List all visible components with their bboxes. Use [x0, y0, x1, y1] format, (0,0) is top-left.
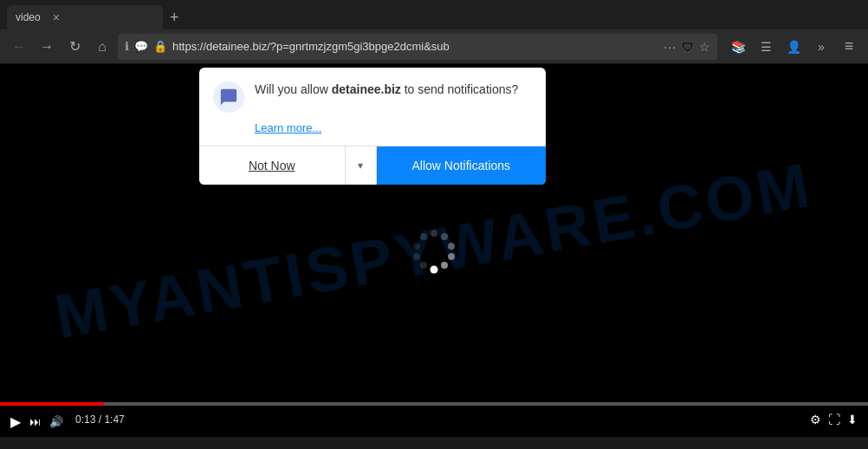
not-now-dropdown-button[interactable]: ▾ [346, 146, 377, 185]
svg-point-0 [431, 230, 437, 237]
tab-close-button[interactable]: × [53, 10, 60, 24]
more-button[interactable]: ··· [664, 40, 677, 54]
popup-domain: detainee.biz [332, 82, 401, 96]
learn-more-link[interactable]: Learn more... [255, 121, 321, 134]
progress-bar[interactable] [0, 402, 868, 406]
library-button[interactable]: 📚 [726, 35, 750, 59]
popup-buttons: Not Now ▾ Allow Notifications [199, 146, 546, 185]
svg-point-6 [420, 262, 427, 269]
extensions-button[interactable]: » [809, 35, 833, 59]
popup-message-prefix: Will you allow [255, 82, 332, 96]
video-area: MYANTISPYWARE.COM Will you all [0, 64, 868, 437]
next-button[interactable]: ⏭ [29, 415, 41, 428]
address-input[interactable] [172, 40, 658, 53]
bookmark-icon[interactable]: ☆ [699, 40, 710, 54]
home-button[interactable]: ⌂ [90, 35, 114, 59]
popup-message: Will you allow detainee.biz to send noti… [255, 81, 518, 99]
notification-popup: Will you allow detainee.biz to send noti… [199, 68, 546, 185]
volume-button[interactable]: 🔊 [49, 415, 63, 428]
svg-point-4 [441, 262, 448, 269]
svg-point-9 [420, 233, 427, 240]
svg-point-5 [431, 266, 438, 274]
menu-button[interactable]: ≡ [837, 35, 861, 59]
active-tab[interactable]: video × [7, 5, 163, 29]
play-button[interactable]: ▶ [10, 413, 21, 430]
not-now-button[interactable]: Not Now [199, 146, 346, 185]
tab-title: video [16, 11, 41, 23]
video-controls: ▶ ⏭ 🔊 0:13 / 1:47 ⚙ ⛶ ⬇ [0, 402, 868, 437]
fullscreen-button[interactable]: ⛶ [828, 413, 840, 426]
control-right: ⚙ ⛶ ⬇ [810, 413, 858, 426]
popup-header: Will you allow detainee.biz to send noti… [199, 68, 546, 120]
address-bar[interactable]: ℹ 💬 🔒 ··· 🛡 ☆ [118, 34, 717, 60]
settings-button[interactable]: ⚙ [810, 413, 821, 426]
toolbar-icons: 📚 ☰ 👤 » ≡ [726, 35, 861, 59]
popup-learn-more[interactable]: Learn more... [199, 120, 546, 146]
forward-button[interactable]: → [35, 35, 59, 59]
time-display: 0:13 / 1:47 [75, 413, 125, 426]
back-button[interactable]: ← [7, 35, 31, 59]
svg-point-8 [413, 243, 420, 250]
tab-bar: video × + [0, 0, 868, 29]
svg-point-1 [441, 233, 448, 240]
download-button[interactable]: ⬇ [847, 413, 858, 426]
lock-icon: 🔒 [153, 40, 167, 53]
reader-button[interactable]: ☰ [754, 35, 778, 59]
popup-icon [213, 81, 244, 113]
svg-point-3 [448, 253, 455, 260]
message-icon: 💬 [134, 40, 148, 53]
loading-spinner [408, 224, 460, 277]
new-tab-button[interactable]: + [163, 5, 186, 29]
progress-fill [0, 402, 104, 406]
popup-message-suffix: to send notifications? [401, 82, 518, 96]
svg-point-2 [448, 243, 455, 250]
account-button[interactable]: 👤 [781, 35, 806, 59]
browser-toolbar: ← → ↻ ⌂ ℹ 💬 🔒 ··· 🛡 ☆ 📚 ☰ 👤 » ≡ [0, 29, 868, 64]
svg-point-7 [413, 253, 420, 260]
info-icon: ℹ [125, 40, 129, 53]
allow-notifications-button[interactable]: Allow Notifications [377, 146, 546, 185]
reload-button[interactable]: ↻ [62, 35, 87, 59]
shield-icon[interactable]: 🛡 [682, 40, 694, 54]
